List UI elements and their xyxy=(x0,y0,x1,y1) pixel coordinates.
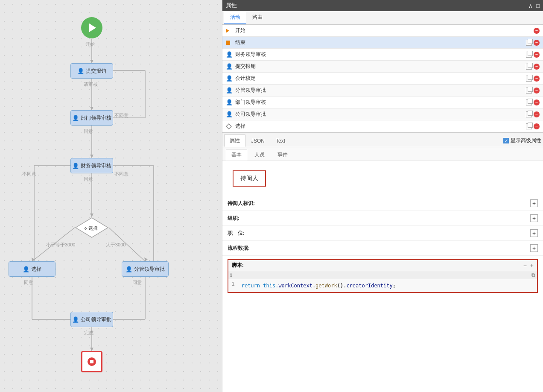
remove-kaishi-button[interactable]: − xyxy=(534,28,540,34)
end-node[interactable] xyxy=(81,351,102,372)
remove-huiji-button[interactable]: − xyxy=(534,76,540,82)
start-node[interactable] xyxy=(81,17,102,38)
activity-item-tijiao[interactable]: 👤 提交报销 − xyxy=(222,61,543,73)
remove-gongsi-button[interactable]: − xyxy=(534,111,540,117)
stop-square xyxy=(90,360,93,363)
activity-actions-huiji: − xyxy=(526,76,540,82)
node-caiwu[interactable]: 👤 财务领导审核 xyxy=(70,158,113,173)
activity-name-bumen-lingdao: 部门领导审核 xyxy=(235,99,526,106)
start-label: 开始 xyxy=(85,41,95,47)
script-plus-button[interactable]: + xyxy=(530,262,534,269)
tab-activity[interactable]: 活动 xyxy=(224,11,246,24)
flow-diagram-panel: 开始 👤 提交报销 请审核 👤 部门领导审核 不同意 同意 👤 财务领导审核 不… xyxy=(0,0,222,392)
prop-label-liuchengshuju: 流程数据: xyxy=(228,245,262,252)
prop-label-daiyuren: 待阅人标识: xyxy=(228,200,262,207)
activity-item-fenguan-lingdao[interactable]: 👤 分管领导审批 − xyxy=(222,85,543,97)
play-icon-kaishi xyxy=(226,27,233,34)
svg-marker-14 xyxy=(32,257,35,261)
svg-marker-31 xyxy=(226,124,231,129)
person-icon-fenguan: 👤 xyxy=(23,266,29,272)
node-tijiao[interactable]: 👤 提交报销 xyxy=(70,63,113,79)
prop-label-zhiwei: 职 位: xyxy=(228,230,262,237)
copy-jieshu-button[interactable] xyxy=(526,40,532,46)
tab-text[interactable]: Text xyxy=(270,135,291,146)
remove-tijiao-button[interactable]: − xyxy=(534,64,540,70)
node-gongsi[interactable]: 👤 分管领导审批 xyxy=(122,261,169,277)
add-zhiwei-button[interactable]: + xyxy=(530,229,538,237)
properties-content: 待阅人 待阅人标识: + 组织: + 职 位: + 流程数据: + 脚本: xyxy=(222,161,543,392)
script-section: 脚本: − + ℹ ⧉ 1 return this.workContext.ge… xyxy=(228,259,538,293)
script-controls: − + xyxy=(523,262,534,269)
code-creatoridentity: creatorIdentity xyxy=(346,283,392,289)
script-toolbar: ℹ ⧉ xyxy=(228,271,537,279)
tab-json[interactable]: JSON xyxy=(245,135,270,146)
copy-huiji-button[interactable] xyxy=(526,76,532,82)
activity-item-jieshu[interactable]: 结束 − xyxy=(222,37,543,49)
copy-script-button[interactable]: ⧉ xyxy=(531,272,535,278)
add-zuzhi-button[interactable]: + xyxy=(530,214,538,222)
copy-fenguan-button[interactable] xyxy=(526,88,532,94)
minimize-button[interactable]: ∧ xyxy=(528,3,533,9)
edge-label-tongyi-gongsi: 同意 xyxy=(132,279,142,286)
activity-name-tijiao: 提交报销 xyxy=(235,63,526,70)
tab-shuxing[interactable]: 属性 xyxy=(224,135,245,147)
second-tab-bar: 属性 JSON Text ✓ 显示高级属性 xyxy=(222,133,543,147)
svg-text:⟡ 选择: ⟡ 选择 xyxy=(84,225,98,231)
script-body: 1 return this.workContext.getWork().crea… xyxy=(228,279,537,292)
close-button[interactable]: □ xyxy=(536,3,540,9)
pending-reader-box: 待阅人 xyxy=(233,170,266,187)
person-icon-caiwu-list: 👤 xyxy=(226,51,233,58)
remove-fenguan-button[interactable]: − xyxy=(534,88,540,94)
node-tijiao-label: 提交报销 xyxy=(86,67,106,75)
prop-row-zhiwei: 职 位: + xyxy=(222,226,543,241)
show-advanced-checkbox[interactable]: ✓ xyxy=(503,138,509,143)
svg-marker-6 xyxy=(90,155,93,158)
show-advanced-label: 显示高级属性 xyxy=(511,137,541,144)
copy-tijiao-button[interactable] xyxy=(526,64,532,70)
prop-row-zuzhi: 组织: + xyxy=(222,211,543,226)
tab-route[interactable]: 路由 xyxy=(246,11,269,24)
activity-item-xuanze[interactable]: 选择 − xyxy=(222,120,543,132)
copy-xuanze-button[interactable] xyxy=(526,123,532,129)
activity-item-huiji[interactable]: 👤 会计核定 − xyxy=(222,73,543,85)
activity-actions-caiwu-lingdao: − xyxy=(526,52,540,58)
node-xuanze[interactable]: ⟡ 选择 xyxy=(75,217,109,238)
activity-actions-kaishi: − xyxy=(534,28,540,34)
script-minus-button[interactable]: − xyxy=(523,262,527,269)
node-kuaiji[interactable]: 👤 公司领导审批 xyxy=(70,312,113,327)
remove-jieshu-button[interactable]: − xyxy=(534,40,540,46)
person-icon-fenguan-list: 👤 xyxy=(226,87,233,94)
activity-item-bumen-lingdao[interactable]: 👤 部门领导审核 − xyxy=(222,97,543,108)
edge-label-qingshenhe: 请审核 xyxy=(84,81,98,88)
copy-caiwu-button[interactable] xyxy=(526,52,532,58)
node-bumen[interactable]: 👤 部门领导审核 xyxy=(70,110,113,126)
code-semi: ; xyxy=(393,283,396,289)
person-icon-tijiao: 👤 xyxy=(77,68,84,74)
remove-xuanze-button[interactable]: − xyxy=(534,123,540,129)
copy-bumen-button[interactable] xyxy=(526,99,532,105)
node-kuaiji-label: 公司领导审批 xyxy=(81,316,111,323)
add-daiyuren-button[interactable]: + xyxy=(530,199,538,207)
add-liuchengshuju-button[interactable]: + xyxy=(530,244,538,252)
tab-shijian[interactable]: 事件 xyxy=(272,149,293,161)
svg-marker-16 xyxy=(144,257,148,261)
remove-bumen-button[interactable]: − xyxy=(534,99,540,105)
edge-label-tongyi-fenguan: 同意 xyxy=(24,279,33,286)
code-return: return xyxy=(242,283,263,289)
person-icon-gongsi: 👤 xyxy=(126,266,132,272)
node-fenguan[interactable]: 👤 选择 xyxy=(9,261,55,277)
script-code-line1: return this.workContext.getWork().creato… xyxy=(242,281,396,290)
tab-jiben[interactable]: 基本 xyxy=(226,149,247,161)
activity-item-gongsi-lingdao[interactable]: 👤 公司领导审批 − xyxy=(222,108,543,120)
copy-gongsi-button[interactable] xyxy=(526,111,532,117)
activity-name-jieshu: 结束 xyxy=(235,39,526,46)
prop-row-liuchengshuju: 流程数据: + xyxy=(222,241,543,256)
remove-caiwu-button[interactable]: − xyxy=(534,52,540,58)
properties-header: 属性 ∧ □ xyxy=(222,0,543,11)
node-fenguan-label: 选择 xyxy=(31,266,41,273)
header-controls[interactable]: ∧ □ xyxy=(528,3,540,9)
activity-actions-gongsi-lingdao: − xyxy=(526,111,540,117)
activity-item-caiwu-lingdao[interactable]: 👤 财务领导审核 − xyxy=(222,49,543,61)
activity-item-kaishi[interactable]: 开始 − xyxy=(222,25,543,37)
tab-renyuan[interactable]: 人员 xyxy=(249,149,270,161)
